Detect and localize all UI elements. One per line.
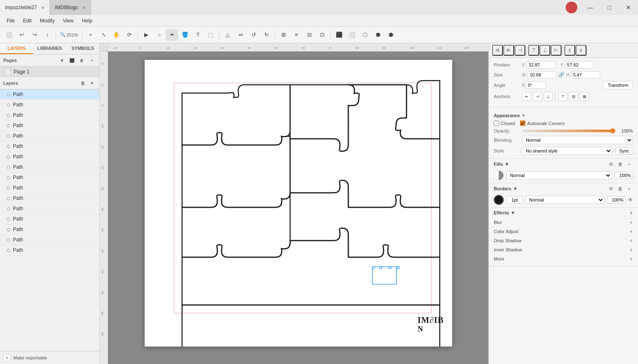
fill-opacity-input[interactable] bbox=[614, 172, 633, 179]
sync-button[interactable]: Sync bbox=[616, 147, 633, 155]
border-opacity-input[interactable] bbox=[607, 196, 626, 204]
canvas-page[interactable]: IMDIB IM IM∂IB N bbox=[145, 60, 452, 347]
puzzle-canvas[interactable]: IMDIB IM bbox=[145, 60, 452, 347]
lock-ratio-icon[interactable]: 🔗 bbox=[558, 72, 564, 78]
y-input[interactable] bbox=[565, 61, 594, 69]
layer-item[interactable]: ⬡ Path bbox=[0, 89, 99, 100]
fill-color-swatch[interactable] bbox=[494, 170, 504, 180]
selection-handle[interactable] bbox=[397, 266, 399, 269]
tab-close-icon[interactable]: ✕ bbox=[82, 5, 86, 10]
tab-libraries[interactable]: LIBRARIES bbox=[33, 43, 67, 54]
layer-item[interactable]: ⬡ Path bbox=[0, 152, 99, 162]
menu-edit[interactable]: Edit bbox=[20, 17, 35, 25]
group-button[interactable]: ⊞ bbox=[277, 29, 290, 41]
appearance-title[interactable]: Appearance ▼ bbox=[494, 111, 633, 121]
anchor-left-btn[interactable]: ⊢ bbox=[522, 92, 531, 101]
export-button[interactable]: ⬢ bbox=[384, 29, 397, 41]
selection-handle[interactable] bbox=[389, 266, 391, 269]
insert-button[interactable]: + bbox=[84, 29, 97, 41]
anchor-middle-btn[interactable]: ⊟ bbox=[569, 92, 578, 101]
align-right-btn[interactable]: ⊣ bbox=[515, 45, 525, 56]
effects-add-btn[interactable]: + bbox=[630, 209, 633, 216]
tab-impuzzleble27[interactable]: impuzzleble27 ✕ bbox=[0, 0, 50, 15]
layer-item[interactable]: ⬡ Path bbox=[0, 235, 99, 245]
selection-handle[interactable] bbox=[372, 266, 374, 269]
opacity-slider[interactable] bbox=[522, 130, 615, 132]
borders-settings-btn[interactable]: ⚙ bbox=[607, 185, 615, 192]
align-top-btn[interactable]: ⊤ bbox=[528, 45, 539, 56]
border-size-input[interactable] bbox=[506, 196, 523, 204]
align-center-h-btn[interactable]: ⫸ bbox=[503, 45, 514, 56]
borders-delete-btn[interactable]: 🗑 bbox=[616, 185, 624, 192]
pan-button[interactable]: ✋ bbox=[110, 29, 123, 41]
inner-shadow-add-btn[interactable]: + bbox=[630, 246, 633, 253]
mirror-button[interactable]: ⟳ bbox=[123, 29, 135, 41]
triangle-button[interactable]: △ bbox=[222, 29, 234, 41]
layer-item[interactable]: ⬡ Path bbox=[0, 131, 99, 141]
layer-item[interactable]: ⬡ Path bbox=[0, 121, 99, 131]
rotate-cw-button[interactable]: ↻ bbox=[260, 29, 273, 41]
union-button[interactable]: ⬛ bbox=[333, 29, 345, 41]
add-exportable-btn[interactable]: + bbox=[3, 354, 11, 362]
fill-blend-select[interactable]: Normal bbox=[506, 171, 612, 180]
undo-button[interactable]: ↩ bbox=[15, 29, 28, 41]
blur-add-btn[interactable]: + bbox=[630, 219, 633, 226]
anchor-center-btn[interactable]: ⊣ bbox=[533, 92, 542, 101]
fills-title[interactable]: Fills ▼ bbox=[494, 162, 509, 167]
close-button[interactable]: ✕ bbox=[619, 0, 638, 15]
distribute-button[interactable]: ⊡ bbox=[316, 29, 328, 41]
drop-shadow-add-btn[interactable]: + bbox=[630, 237, 633, 244]
anchor-bottom-btn[interactable]: ⊞ bbox=[580, 92, 589, 101]
ellipse-button[interactable]: ○ bbox=[153, 29, 165, 41]
tab-close-icon[interactable]: ✕ bbox=[41, 5, 44, 10]
rotate-ccw-button[interactable]: ↺ bbox=[247, 29, 260, 41]
border-visibility-icon[interactable]: 👁 bbox=[628, 197, 633, 203]
maximize-button[interactable]: □ bbox=[600, 0, 619, 15]
style-select[interactable]: No shared style bbox=[522, 147, 612, 155]
tab-imdiblogo[interactable]: IMDIBlogo ✕ bbox=[50, 0, 91, 15]
select-button[interactable]: ▶ bbox=[140, 29, 153, 41]
arrange-button[interactable]: ≡ bbox=[290, 29, 303, 41]
menu-file[interactable]: File bbox=[3, 17, 18, 25]
border-color-swatch[interactable] bbox=[494, 195, 504, 205]
menu-help[interactable]: Help bbox=[79, 17, 96, 25]
align-bottom-btn[interactable]: ⊢ bbox=[551, 45, 562, 56]
layer-item[interactable]: ⬡ Path bbox=[0, 110, 99, 121]
x-input[interactable] bbox=[527, 61, 556, 69]
sync-button[interactable]: ↕ bbox=[41, 29, 54, 41]
fill-button[interactable]: 🪣 bbox=[179, 29, 191, 41]
autoscale-checkbox[interactable] bbox=[520, 121, 525, 126]
more-add-btn[interactable]: + bbox=[630, 256, 633, 262]
angle-input[interactable] bbox=[526, 81, 547, 89]
resize-button[interactable]: ⤡ bbox=[97, 29, 110, 41]
borders-add-btn[interactable]: + bbox=[626, 185, 633, 192]
layer-item[interactable]: ⬡ Path bbox=[0, 193, 99, 204]
layer-item[interactable]: ⬡ Path bbox=[0, 204, 99, 214]
layer-item[interactable]: ⬡ Path bbox=[0, 172, 99, 183]
flip-h-button[interactable]: ⇔ bbox=[234, 29, 247, 41]
fills-delete-btn[interactable]: 🗑 bbox=[616, 160, 624, 168]
selection-handle[interactable] bbox=[379, 266, 382, 269]
closed-checkbox[interactable] bbox=[494, 121, 499, 126]
tab-layers[interactable]: LAYERS bbox=[0, 43, 33, 54]
anchor-top-btn[interactable]: ⊤ bbox=[558, 92, 567, 101]
layer-item[interactable]: ⬡ Path bbox=[0, 100, 99, 110]
pen-button[interactable]: ✒ bbox=[166, 29, 178, 41]
layer-item[interactable]: ⬡ Path bbox=[0, 224, 99, 235]
blending-select[interactable]: Normal bbox=[522, 136, 633, 144]
canvas-area[interactable]: -10 0 10 20 30 40 50 60 70 80 90 100 110… bbox=[100, 43, 488, 364]
layers-delete-btn[interactable]: 🗑 bbox=[79, 79, 87, 87]
menu-view[interactable]: View bbox=[59, 17, 77, 25]
transform-button[interactable]: Transform bbox=[603, 81, 633, 89]
subtract-button[interactable]: ⬜ bbox=[346, 29, 358, 41]
effects-title[interactable]: Effects ▼ bbox=[494, 210, 515, 215]
layer-item[interactable]: ⬡ Path bbox=[0, 245, 99, 256]
align-left-btn[interactable]: ⫷ bbox=[492, 45, 503, 56]
distribute-v-btn[interactable]: ⫾ bbox=[576, 45, 586, 56]
color-adjust-add-btn[interactable]: + bbox=[630, 228, 633, 235]
minimize-button[interactable]: — bbox=[581, 0, 600, 15]
pages-delete-btn[interactable]: 🗑 bbox=[78, 56, 86, 64]
new-button[interactable]: ⬜ bbox=[2, 29, 15, 41]
layer-item[interactable]: ⬡ Path bbox=[0, 141, 99, 152]
tab-symbols[interactable]: SYMBOLS bbox=[66, 43, 99, 54]
